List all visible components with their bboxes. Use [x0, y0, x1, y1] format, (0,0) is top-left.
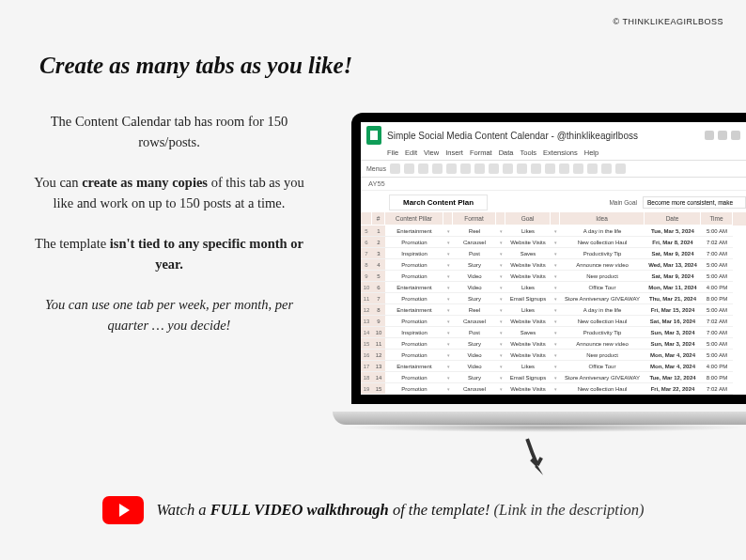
table-body: 51Entertainment▾Reel▾Likes▾A day in the … [361, 226, 746, 395]
column-header: # [372, 212, 385, 226]
sheets-toolbar: Menus [361, 160, 746, 178]
format-icon [460, 163, 471, 174]
column-header: Time [701, 212, 733, 226]
goal-label: Main Goal [609, 199, 637, 206]
menu-item-file: File [387, 148, 398, 157]
doc-action-icons [705, 131, 740, 140]
sheets-titlebar: Simple Social Media Content Calendar - @… [361, 122, 746, 148]
paragraph-4: You can use one tab per week, per month,… [28, 294, 310, 336]
folder-icon [718, 131, 727, 140]
paint-icon [432, 163, 443, 174]
youtube-icon [102, 496, 144, 524]
column-header [443, 212, 453, 226]
laptop-bezel: Simple Social Media Content Calendar - @… [351, 113, 746, 404]
menu-item-help: Help [584, 148, 598, 157]
menu-item-format: Format [470, 148, 492, 157]
table-row: 1915Promotion▾Carousel▾Website Visits▾Ne… [361, 383, 746, 395]
toolbar-menus-label: Menus [366, 165, 386, 172]
table-row: 1612Promotion▾Video▾Website Visits▾New p… [361, 350, 746, 361]
border-icon [559, 163, 569, 174]
arrow-icon [512, 431, 563, 482]
table-row: 128Entertainment▾Reel▾Likes▾A day in the… [361, 304, 746, 316]
plan-title-row: March Content Plan Main Goal Become more… [361, 191, 746, 212]
column-header: Content Pillar [385, 212, 443, 226]
column-header: Idea [560, 212, 645, 226]
paragraph-1: The Content Calendar tab has room for 15… [28, 111, 310, 153]
more-icon [615, 163, 626, 174]
column-header: Goal [505, 212, 551, 226]
column-header [361, 212, 372, 226]
laptop-mockup: Simple Social Media Content Calendar - @… [333, 113, 746, 432]
table-row: 1713Entertainment▾Video▾Likes▾Office Tou… [361, 361, 746, 372]
undo-icon [390, 163, 400, 174]
table-row: 106Entertainment▾Video▾Likes▾Office Tour… [361, 282, 746, 293]
paragraph-3: The template isn't tied to any specific … [28, 233, 310, 275]
cta-text: Watch a FULL VIDEO walkthrough of the te… [157, 501, 645, 520]
body-copy: The Content Calendar tab has room for 15… [28, 111, 310, 355]
table-row: 117Promotion▾Story▾Email Signups▾Store A… [361, 293, 746, 304]
sheets-menubar: FileEditViewInsertFormatDataToolsExtensi… [361, 148, 746, 160]
wrap-icon [601, 163, 612, 174]
menu-item-data: Data [499, 148, 514, 157]
zoom-icon [446, 163, 457, 174]
table-row: 1814Promotion▾Story▾Email Signups▾Store … [361, 372, 746, 383]
menu-item-insert: Insert [445, 148, 463, 157]
fill-icon [545, 163, 555, 174]
table-row: 73Inspiration▾Post▾Saves▾Productivity Ti… [361, 248, 746, 259]
laptop-shadow [342, 423, 746, 432]
cta-row: Watch a FULL VIDEO walkthrough of the te… [0, 496, 746, 524]
menu-item-edit: Edit [405, 148, 417, 157]
table-row: 62Promotion▾Carousel▾Website Visits▾New … [361, 237, 746, 248]
cloud-icon [731, 131, 740, 140]
table-row: 139Promotion▾Carousel▾Website Visits▾New… [361, 316, 746, 327]
plan-title-cell: March Content Plan [389, 194, 488, 210]
color-icon [531, 163, 541, 174]
menu-item-extensions: Extensions [543, 148, 578, 157]
doc-title: Simple Social Media Content Calendar - @… [387, 131, 638, 141]
align-icon [587, 163, 598, 174]
merge-icon [573, 163, 583, 174]
table-row: 95Promotion▾Video▾Website Visits▾New pro… [361, 271, 746, 282]
column-header: Format [453, 212, 496, 226]
strike-icon [517, 163, 527, 174]
menu-item-tools: Tools [521, 148, 537, 157]
table-row: 51Entertainment▾Reel▾Likes▾A day in the … [361, 226, 746, 237]
copyright-text: © THINKLIKEAGIRLBOSS [614, 17, 724, 26]
column-header [551, 212, 560, 226]
headline: Create as many tabs as you like! [39, 53, 352, 79]
redo-icon [404, 163, 414, 174]
table-row: 1511Promotion▾Story▾Website Visits▾Annou… [361, 338, 746, 350]
column-header [496, 212, 505, 226]
italic-icon [503, 163, 513, 174]
goal-value-cell: Become more consistent, make [643, 196, 746, 209]
table-header-row: #Content PillarFormatGoalIdeaDateTime [361, 212, 746, 226]
table-row: 1410Inspiration▾Post▾Saves▾Productivity … [361, 327, 746, 338]
sheets-logo-icon [366, 126, 381, 145]
column-header: Date [645, 212, 701, 226]
paragraph-2: You can create as many copies of this ta… [28, 172, 310, 214]
print-icon [418, 163, 428, 174]
font-icon [474, 163, 485, 174]
bold-icon [489, 163, 499, 174]
cell-reference: AY55 [361, 178, 746, 191]
google-sheets-window: Simple Social Media Content Calendar - @… [361, 122, 746, 395]
table-row: 84Promotion▾Story▾Website Visits▾Announc… [361, 259, 746, 271]
star-icon [705, 131, 714, 140]
menu-item-view: View [424, 148, 439, 157]
